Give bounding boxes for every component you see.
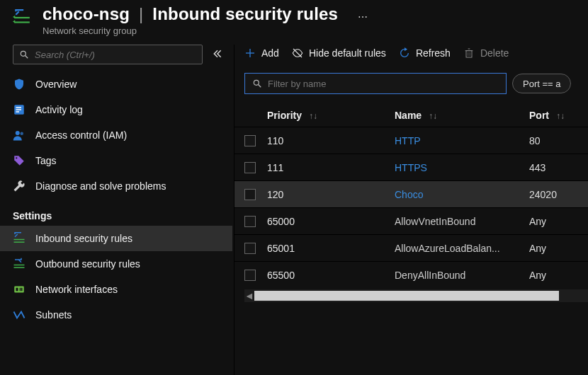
sidebar-item-inbound-rules[interactable]: Inbound security rules — [0, 226, 232, 251]
svg-rect-20 — [466, 51, 472, 57]
table-row[interactable]: 65500DenyAllInBoundAny — [234, 261, 588, 288]
table-header: Priority ↑↓ Name ↑↓ Port ↑↓ — [234, 100, 588, 127]
column-port[interactable]: Port ↑↓ — [529, 110, 586, 121]
sidebar-item-tags[interactable]: Tags — [0, 148, 232, 173]
add-label: Add — [261, 47, 279, 59]
sidebar-item-diagnose[interactable]: Diagnose and solve problems — [0, 173, 232, 199]
sidebar-item-label: Overview — [35, 79, 220, 90]
cell-port: Any — [529, 270, 586, 281]
column-priority[interactable]: Priority ↑↓ — [267, 110, 395, 121]
row-checkbox[interactable] — [244, 189, 256, 200]
table-row[interactable]: 110HTTP80 — [234, 127, 588, 154]
sidebar-item-label: Subnets — [35, 309, 220, 321]
tag-icon — [13, 154, 26, 167]
search-icon — [19, 50, 29, 59]
cell-priority: 111 — [267, 162, 395, 173]
sidebar-search-input[interactable] — [35, 50, 196, 60]
log-icon — [13, 103, 26, 116]
people-icon — [13, 129, 26, 142]
hide-default-rules-button[interactable]: Hide default rules — [292, 47, 386, 59]
add-button[interactable]: Add — [244, 47, 279, 59]
svg-rect-5 — [16, 111, 20, 112]
delete-label: Delete — [480, 47, 509, 59]
row-checkbox[interactable] — [244, 162, 256, 173]
sort-icon: ↑↓ — [429, 111, 437, 121]
cell-priority: 65000 — [267, 216, 395, 227]
sidebar-item-network-interfaces[interactable]: Network interfaces — [0, 277, 232, 302]
sidebar-item-label: Tags — [35, 155, 220, 166]
cell-priority: 120 — [267, 189, 395, 200]
scroll-thumb[interactable] — [254, 291, 559, 301]
column-name[interactable]: Name ↑↓ — [395, 110, 529, 121]
sidebar-item-overview[interactable]: Overview — [0, 71, 232, 97]
cell-priority: 65500 — [267, 270, 395, 281]
nsg-resource-icon — [13, 8, 31, 27]
rule-link[interactable]: HTTP — [395, 135, 421, 146]
svg-line-26 — [259, 85, 261, 88]
sidebar-item-label: Network interfaces — [35, 284, 220, 295]
rules-table: Priority ↑↓ Name ↑↓ Port ↑↓ 110HTTP80111… — [234, 100, 588, 375]
blade-name: Inbound security rules — [152, 4, 338, 23]
cell-port: Any — [529, 216, 586, 227]
shield-icon — [13, 78, 26, 91]
sidebar-item-iam[interactable]: Access control (IAM) — [0, 122, 232, 148]
svg-point-6 — [16, 131, 20, 135]
port-filter-chip[interactable]: Port == a — [512, 74, 571, 93]
port-filter-label: Port == a — [523, 79, 560, 89]
table-row[interactable]: 65001AllowAzureLoadBalan...Any — [234, 234, 588, 261]
table-row[interactable]: 65000AllowVnetInBoundAny — [234, 207, 588, 234]
svg-rect-16 — [21, 288, 23, 292]
outbound-icon — [13, 258, 26, 270]
cell-name[interactable]: Choco — [395, 189, 529, 200]
cell-port: 443 — [529, 162, 586, 173]
sidebar-item-label: Access control (IAM) — [35, 129, 220, 141]
row-checkbox[interactable] — [244, 135, 256, 146]
sidebar-item-outbound-rules[interactable]: Outbound security rules — [0, 251, 232, 277]
table-row[interactable]: 111HTTPS443 — [234, 154, 588, 180]
eye-off-icon — [292, 47, 303, 59]
name-filter-input[interactable] — [268, 79, 499, 89]
row-checkbox[interactable] — [244, 216, 256, 227]
collapse-sidebar-button[interactable] — [213, 49, 222, 61]
svg-rect-13 — [14, 287, 24, 293]
cell-port: Any — [529, 243, 586, 254]
horizontal-scrollbar[interactable]: ◄ — [244, 289, 588, 302]
rule-link[interactable]: HTTPS — [395, 162, 427, 173]
refresh-label: Refresh — [416, 47, 451, 59]
more-actions-button[interactable]: ⋯ — [358, 4, 368, 23]
delete-button[interactable]: Delete — [463, 47, 509, 59]
sidebar: Overview Activity log Access control (IA… — [0, 45, 234, 375]
resource-type-label: Network security group — [43, 25, 338, 36]
name-filter[interactable] — [244, 73, 507, 94]
nic-icon — [13, 283, 26, 296]
sidebar-item-label: Inbound security rules — [35, 233, 220, 244]
svg-point-8 — [16, 157, 17, 158]
sidebar-search[interactable] — [13, 45, 203, 64]
cell-port: 24020 — [529, 189, 586, 200]
cell-name[interactable]: HTTPS — [395, 162, 529, 173]
refresh-button[interactable]: Refresh — [399, 47, 451, 59]
cell-name[interactable]: HTTP — [395, 135, 529, 146]
subnet-icon — [13, 308, 26, 321]
sort-icon: ↑↓ — [309, 111, 317, 121]
sidebar-item-activity-log[interactable]: Activity log — [0, 97, 232, 122]
toolbar: Add Hide default rules Refresh Delete — [234, 45, 588, 69]
sidebar-section-settings: Settings — [0, 199, 232, 226]
row-checkbox[interactable] — [244, 270, 256, 281]
title-separator: | — [135, 4, 147, 23]
cell-name: AllowVnetInBound — [395, 216, 529, 227]
sidebar-item-label: Activity log — [35, 104, 220, 115]
resource-name: choco-nsg — [43, 4, 130, 23]
sidebar-nav: Overview Activity log Access control (IA… — [0, 71, 232, 375]
svg-rect-15 — [20, 288, 21, 292]
svg-rect-14 — [16, 288, 18, 292]
row-checkbox[interactable] — [244, 243, 256, 254]
rule-link[interactable]: Choco — [395, 189, 423, 200]
scroll-left-arrow[interactable]: ◄ — [244, 289, 254, 302]
content-pane: Add Hide default rules Refresh Delete Po… — [234, 45, 588, 375]
cell-name: AllowAzureLoadBalan... — [395, 243, 529, 254]
sort-icon: ↑↓ — [556, 111, 565, 121]
sidebar-item-subnets[interactable]: Subnets — [0, 302, 232, 328]
table-row[interactable]: 120Choco24020 — [234, 180, 588, 207]
cell-priority: 110 — [267, 135, 395, 146]
